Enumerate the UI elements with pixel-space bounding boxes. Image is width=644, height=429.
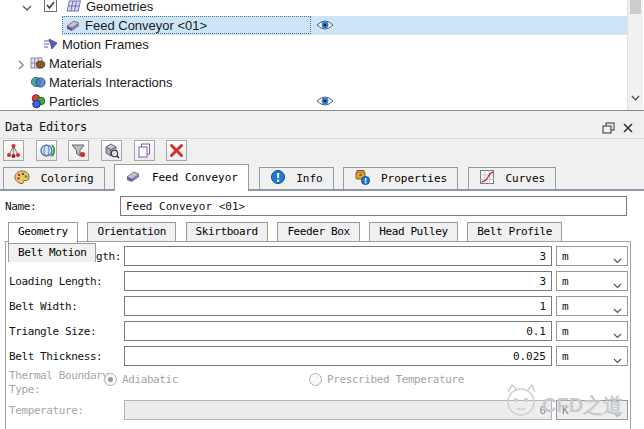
adiabatic-radio [104,373,117,386]
temperature-input [124,400,552,420]
unit-value: m [562,275,569,288]
subtab-label: Geometry [18,225,68,238]
tree-item-motion-frames[interactable]: Motion Frames [0,35,628,54]
chevron-down-icon [613,304,622,317]
transition-length-input[interactable] [124,246,552,266]
tree-scrollbar[interactable] [627,0,643,110]
belt-width-input[interactable] [124,296,552,316]
filter-icon[interactable] [68,140,89,161]
subtab-head-pulley[interactable]: Head Pulley [369,222,457,241]
chevron-down-icon [613,408,622,421]
unit-value: m [562,350,569,363]
subtab-belt-profile[interactable]: Belt Profile [467,222,562,241]
scroll-down-icon[interactable] [631,88,640,106]
geometries-icon [66,0,82,14]
duplicate-icon[interactable] [134,140,155,161]
tree-item-label[interactable]: Materials Interactions [49,73,173,92]
belt-width-unit-select[interactable]: m [556,296,628,316]
adiabatic-radio-label: Adiabatic [122,373,178,386]
tab-coloring[interactable]: Coloring [3,167,105,190]
subtab-belt-motion[interactable]: Belt Motion [8,243,96,262]
model-tree: Geometries Feed Conveyor <01> Motion Fra… [0,0,644,110]
conveyor-subtabs: Geometry Orientation Skirtboard Feeder B… [8,222,644,242]
prescribed-temperature-radio [309,373,322,386]
tab-curves[interactable]: Curves [468,167,556,190]
delete-icon[interactable] [166,140,187,161]
tree-item-label[interactable]: Motion Frames [62,35,149,54]
prescribed-temperature-radio-label: Prescribed Temperature [327,373,464,386]
loading-length-input[interactable] [124,271,552,291]
belt-thickness-label: Belt Thickness: [9,350,102,363]
materials-icon [30,55,46,71]
tab-feed-conveyor[interactable]: Feed Conveyor [114,164,249,191]
chevron-down-icon [613,254,622,267]
subtab-feeder-box[interactable]: Feeder Box [277,222,359,241]
float-window-icon[interactable] [602,120,618,135]
belt-thickness-input[interactable] [124,346,552,366]
editor-content: Name: Geometry Orientation Skirtboard Fe… [0,191,644,429]
subtab-geometry[interactable]: Geometry [8,222,78,243]
inspect-geometry-icon[interactable] [101,140,122,161]
transition-length-unit-select[interactable]: m [556,246,628,266]
info-icon [270,169,286,185]
belt-thickness-unit-select[interactable]: m [556,346,628,366]
tab-label: Feed Conveyor [152,171,238,184]
tree-item-label[interactable]: Materials [49,54,102,73]
unit-value: m [562,325,569,338]
subtab-label: Belt Motion [18,246,86,259]
tree-item-label[interactable]: Geometries [86,0,153,16]
triangle-size-input[interactable] [124,321,552,341]
unit-value: m [562,250,569,263]
editor-toolbar [0,139,644,164]
tree-item-materials[interactable]: Materials [0,54,628,73]
panel-splitter[interactable] [0,110,644,117]
visibility-eye-icon[interactable] [316,19,334,31]
chevron-down-icon [613,329,622,342]
temperature-label: Temperature: [9,404,84,417]
chevron-down-icon [613,354,622,367]
data-editors-panel: Data Editors Col [0,117,644,429]
subtab-label: Orientation [97,225,165,238]
unit-value: K [562,404,569,417]
motion-network-icon[interactable] [3,140,24,161]
panel-title: Data Editors [5,120,87,134]
particles-icon [30,93,46,109]
tree-item-particles[interactable]: Particles [0,92,628,111]
name-input[interactable] [120,196,627,216]
tab-label: Info [296,172,323,185]
materials-interactions-icon [30,74,46,90]
scrollbar-thumb[interactable] [630,0,641,14]
palette-icon [14,169,30,185]
subtab-label: Feeder Box [287,225,349,238]
loading-length-label: Loading Length: [9,275,102,288]
temperature-unit-select: K [556,400,628,420]
triangle-size-label: Triangle Size: [9,325,96,338]
tab-properties[interactable]: Properties [343,167,458,190]
motion-frames-icon [43,36,59,52]
unit-value: m [562,300,569,313]
subtab-orientation[interactable]: Orientation [87,222,175,241]
name-label: Name: [5,200,36,213]
tree-item-materials-interactions[interactable]: Materials Interactions [0,73,628,92]
subtab-label: Belt Profile [477,225,552,238]
checkbox-checked-icon[interactable] [44,0,57,12]
loading-length-unit-select[interactable]: m [556,271,628,291]
tree-item-label[interactable]: Feed Conveyor <01> [85,16,207,35]
conveyor-icon [125,168,141,184]
tab-label: Curves [506,172,546,185]
subtab-label: Head Pulley [379,225,447,238]
subtab-label: Skirtboard [196,225,258,238]
chevron-right-icon[interactable] [16,58,26,68]
panel-title-bar: Data Editors [0,117,644,139]
close-icon[interactable] [622,120,638,135]
visibility-eye-icon[interactable] [316,95,334,107]
conveyor-icon [65,17,81,33]
subtab-skirtboard[interactable]: Skirtboard [186,222,268,241]
tree-item-geometries[interactable]: Geometries [0,0,628,16]
chevron-down-icon[interactable] [22,1,32,11]
triangle-size-unit-select[interactable]: m [556,321,628,341]
globe-refresh-icon[interactable] [36,140,57,161]
tab-info[interactable]: Info [259,167,334,190]
tree-item-label[interactable]: Particles [49,92,99,111]
tree-item-feed-conveyor[interactable]: Feed Conveyor <01> [0,16,628,35]
